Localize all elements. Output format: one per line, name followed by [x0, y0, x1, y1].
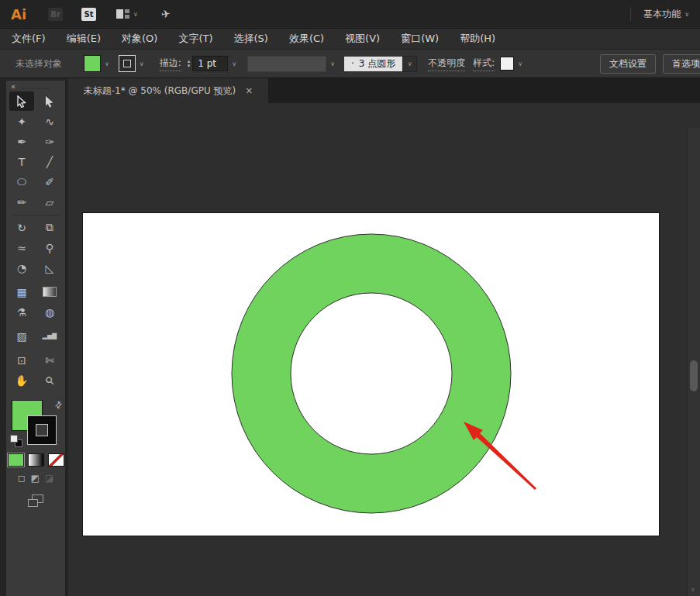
stroke-proxy[interactable]: [27, 415, 57, 445]
workspace-switcher[interactable]: 基本功能: [643, 8, 681, 21]
artboard[interactable]: [82, 212, 660, 536]
stroke-weight-label[interactable]: 描边:: [160, 57, 181, 71]
bridge-button[interactable]: Br: [48, 8, 63, 21]
close-tab-icon[interactable]: ×: [245, 85, 253, 96]
selection-tool[interactable]: [9, 91, 34, 111]
slice-tool[interactable]: ✄: [37, 350, 62, 370]
opacity-label[interactable]: 不透明度: [428, 57, 465, 71]
collapse-panel-icon[interactable]: «: [11, 82, 16, 91]
rotate-icon: ↻: [17, 222, 26, 234]
arrange-documents-icon[interactable]: [116, 9, 129, 19]
direct-selection-tool[interactable]: [37, 91, 62, 111]
menu-help[interactable]: 帮助(H): [460, 32, 495, 46]
chevron-down-icon[interactable]: ∨: [140, 60, 144, 67]
shape-builder-tool[interactable]: ◔: [9, 258, 34, 277]
zoom-tool[interactable]: ⚲: [37, 370, 62, 390]
menu-view[interactable]: 视图(V): [345, 32, 380, 46]
stroke-weight-input[interactable]: 1 pt: [192, 56, 228, 71]
lasso-icon: ∿: [45, 115, 54, 128]
chevron-down-icon: ∨: [408, 60, 412, 67]
paintbrush-icon: ✐: [45, 176, 54, 188]
screen-mode-control[interactable]: [6, 494, 65, 507]
stroke-color-swatch[interactable]: [119, 55, 136, 72]
scrollbar-down-icon[interactable]: ∨: [691, 586, 695, 593]
color-mode-buttons: [6, 451, 65, 468]
width-tool[interactable]: ≈: [9, 238, 34, 257]
draw-behind-icon[interactable]: ◩: [31, 473, 40, 484]
chevron-down-icon[interactable]: ∨: [133, 11, 138, 18]
puppet-warp-tool[interactable]: ⚲: [37, 238, 62, 257]
column-graph-tool[interactable]: ▂▅▇: [37, 326, 62, 346]
artboard-tool[interactable]: ⊡: [9, 350, 34, 370]
pen-tool[interactable]: ✒: [9, 132, 34, 151]
brush-dropdown-button[interactable]: ∨: [402, 56, 417, 72]
perspective-grid-icon: ◺: [46, 262, 54, 274]
stock-button[interactable]: St: [81, 8, 96, 21]
type-tool[interactable]: T: [9, 152, 34, 171]
gradient-tool[interactable]: [37, 282, 62, 301]
menu-window[interactable]: 窗口(W): [401, 32, 439, 46]
illustrator-logo: Ai: [11, 6, 26, 22]
menu-select[interactable]: 选择(S): [233, 32, 267, 46]
menu-object[interactable]: 对象(O): [122, 32, 157, 46]
draw-normal-icon[interactable]: ◻: [18, 473, 26, 484]
document-setup-button[interactable]: 文档设置: [600, 54, 656, 74]
width-tool-icon: ≈: [17, 242, 26, 254]
selection-cursor-icon: [16, 95, 27, 108]
style-swatch[interactable]: [500, 57, 514, 71]
chevron-down-icon[interactable]: ∨: [232, 60, 236, 67]
menu-effect[interactable]: 效果(C): [289, 32, 324, 46]
title-bar: Ai Br St ∨ ✈ 基本功能 ∨: [0, 0, 700, 29]
ellipse-tool[interactable]: ◯: [9, 172, 34, 191]
none-button[interactable]: [48, 453, 64, 467]
paintbrush-tool[interactable]: ✐: [37, 172, 62, 191]
lasso-tool[interactable]: ∿: [37, 112, 62, 131]
scale-tool[interactable]: ⧉: [37, 218, 62, 237]
chevron-down-icon[interactable]: ∨: [330, 60, 335, 67]
document-tab-title: 未标题-1* @ 50% (RGB/GPU 预览): [84, 84, 236, 98]
eyedropper-tool[interactable]: ⚗: [9, 302, 34, 322]
default-fill-stroke-icon[interactable]: [10, 435, 22, 447]
document-window: 未标题-1* @ 50% (RGB/GPU 预览) × ∨: [68, 78, 700, 596]
line-segment-tool[interactable]: ╱: [37, 152, 62, 171]
stepper-down-icon[interactable]: ▾: [188, 64, 191, 68]
magic-wand-tool[interactable]: ✦: [9, 112, 34, 131]
swap-fill-stroke-icon[interactable]: ⇄: [53, 399, 65, 412]
rotate-tool[interactable]: ↻: [9, 218, 34, 237]
hand-tool[interactable]: ✋: [9, 370, 34, 390]
menu-type[interactable]: 文字(T): [178, 32, 212, 46]
menu-bar: 文件(F) 编辑(E) 对象(O) 文字(T) 选择(S) 效果(C) 视图(V…: [0, 29, 700, 50]
symbol-sprayer-tool[interactable]: ▨: [9, 326, 34, 346]
shaper-tool[interactable]: ✏: [9, 192, 34, 212]
mesh-tool[interactable]: ▦: [9, 282, 34, 301]
blend-tool[interactable]: ◍: [37, 302, 62, 322]
chevron-down-icon[interactable]: ∨: [518, 60, 522, 67]
chevron-down-icon[interactable]: ∨: [684, 11, 689, 18]
brush-name: 3 点圆形: [359, 57, 395, 71]
preferences-button[interactable]: 首选项: [663, 54, 700, 74]
donut-inner-circle[interactable]: [291, 293, 452, 454]
vertical-scrollbar[interactable]: ∨: [687, 128, 700, 596]
menu-file[interactable]: 文件(F): [12, 32, 46, 46]
document-tab[interactable]: 未标题-1* @ 50% (RGB/GPU 预览) ×: [68, 78, 268, 103]
symbol-sprayer-icon: ▨: [16, 330, 26, 343]
canvas-pasteboard[interactable]: ∨: [68, 103, 700, 596]
eraser-tool[interactable]: ▱: [37, 192, 62, 212]
scrollbar-thumb[interactable]: [690, 360, 698, 391]
perspective-grid-tool[interactable]: ◺: [37, 258, 62, 277]
stroke-weight-stepper[interactable]: ▴ ▾: [188, 59, 191, 68]
panel-grip[interactable]: [22, 88, 49, 89]
fill-color-swatch[interactable]: [84, 55, 101, 72]
mesh-icon: ▦: [16, 286, 26, 298]
scale-icon: ⧉: [46, 221, 53, 234]
curvature-tool[interactable]: ✑: [37, 132, 62, 151]
menu-edit[interactable]: 编辑(E): [67, 32, 101, 46]
brush-dropdown[interactable]: · 3 点圆形: [344, 57, 402, 71]
chevron-down-icon[interactable]: ∨: [105, 60, 109, 67]
style-label[interactable]: 样式:: [473, 57, 495, 71]
color-button[interactable]: [8, 453, 24, 467]
gradient-button[interactable]: [28, 453, 44, 467]
share-icon[interactable]: ✈: [160, 7, 171, 20]
curvature-pen-icon: ✑: [45, 136, 54, 148]
width-profile-dropdown[interactable]: [247, 56, 326, 72]
